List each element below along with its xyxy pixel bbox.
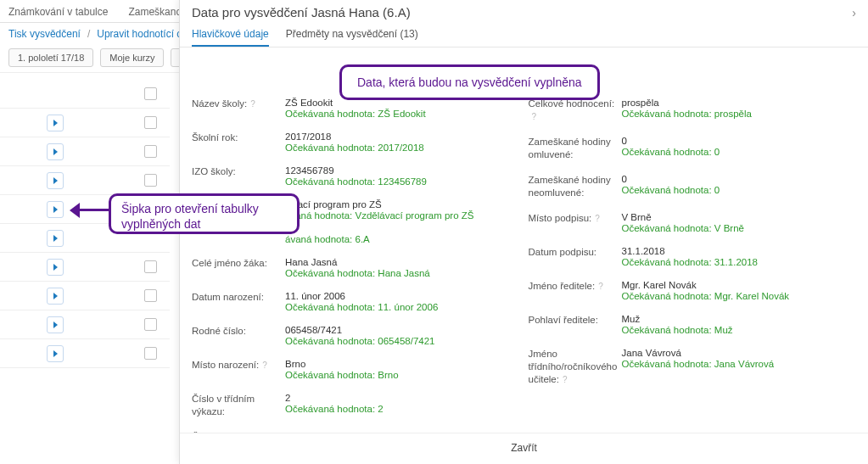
row-checkbox[interactable] xyxy=(144,87,157,100)
chip-courses[interactable]: Moje kurzy xyxy=(100,48,164,67)
field-row: Datum narození:11. únor 2006Očekávaná ho… xyxy=(192,288,520,322)
expand-button[interactable] xyxy=(47,288,64,305)
callout-arrow-line xyxy=(78,209,110,211)
field-label: Místo podpisu:? xyxy=(529,212,622,225)
field-label: Číslo v třídním výkazu: xyxy=(192,393,285,418)
field-row: Pohlaví ředitele:MužOčekávaná hodnota: M… xyxy=(529,311,857,345)
list-item xyxy=(0,310,170,339)
field-row: Název školy:?ZŠ EdookitOčekávaná hodnota… xyxy=(192,95,520,129)
field-row: Místo podpisu:?V BrněOčekávaná hodnota: … xyxy=(529,210,857,243)
panel-title: Data pro vysvědčení Jasná Hana (6.A) xyxy=(192,5,411,20)
help-icon[interactable]: ? xyxy=(598,281,603,292)
help-icon[interactable]: ? xyxy=(262,360,267,371)
list-item xyxy=(0,282,170,310)
expand-button[interactable] xyxy=(47,201,64,218)
expand-button[interactable] xyxy=(47,143,64,160)
field-value: 0 xyxy=(622,174,857,184)
expand-button[interactable] xyxy=(47,259,64,276)
field-row: Číslo v třídním výkazu:2Očekávaná hodnot… xyxy=(192,390,520,428)
list-item xyxy=(0,253,170,282)
row-checkbox[interactable] xyxy=(144,116,157,129)
field-label: Název školy:? xyxy=(192,98,285,110)
panel-close-button[interactable]: › xyxy=(852,6,856,20)
field-label: IZO školy: xyxy=(192,165,285,178)
field-expected: Očekávaná hodnota: 31.1.2018 xyxy=(622,257,857,267)
chevron-right-icon xyxy=(53,206,58,213)
field-value: Muž xyxy=(622,314,857,324)
panel-tabs: Hlavičkové údaje Předměty na vysvědčení … xyxy=(180,23,868,48)
field-value: Mgr. Karel Novák xyxy=(622,280,857,290)
field-value: 0 xyxy=(622,136,857,146)
row-checkbox[interactable] xyxy=(144,289,157,302)
callout-arrow: Šipka pro otevření tabulky vyplněných da… xyxy=(109,193,300,234)
row-checkbox[interactable] xyxy=(144,318,157,331)
help-icon[interactable]: ? xyxy=(532,111,537,122)
list-item xyxy=(0,137,170,166)
expand-button[interactable] xyxy=(47,172,64,189)
help-icon[interactable]: ? xyxy=(563,374,568,385)
field-value: 31.1.2018 xyxy=(622,246,857,256)
field-row: Zameškané hodiny omluvené:0Očekávaná hod… xyxy=(529,133,857,171)
field-expected: Očekávaná hodnota: 0 xyxy=(622,185,857,195)
field-expected: Očekávaná hodnota: 0 xyxy=(622,147,857,157)
panel-tab-header[interactable]: Hlavičkové údaje xyxy=(192,23,269,47)
field-label: Datum podpisu: xyxy=(529,246,622,259)
field-value: prospěla xyxy=(622,98,857,108)
field-value: 2017/2018 xyxy=(285,131,520,142)
field-row: Zameškané hodiny neomluvené:0Očekávaná h… xyxy=(529,171,857,210)
row-checkbox[interactable] xyxy=(144,347,157,360)
help-icon[interactable]: ? xyxy=(250,98,255,109)
expand-button[interactable] xyxy=(47,115,64,131)
help-icon[interactable]: ? xyxy=(595,213,600,224)
expand-button[interactable] xyxy=(47,345,64,362)
list-item xyxy=(0,339,170,368)
field-value: 065458/7421 xyxy=(285,325,520,335)
row-checkbox[interactable] xyxy=(144,174,157,187)
field-expected: Očekávaná hodnota: 123456789 xyxy=(285,176,520,187)
field-label: Rodné číslo: xyxy=(192,325,285,338)
callout-arrow-head xyxy=(70,203,80,218)
field-label: Datum narození: xyxy=(192,291,285,304)
field-row: Školní rok:2017/2018Očekávaná hodnota: 2… xyxy=(192,129,520,163)
field-row: Celé jméno žáka:Hana JasnáOčekávaná hodn… xyxy=(192,254,520,288)
field-label: Jméno ředitele:? xyxy=(529,280,622,293)
chevron-right-icon xyxy=(53,350,58,357)
field-expected: Očekávaná hodnota: 2017/2018 xyxy=(285,143,520,153)
field-label: Zameškané hodiny neomluvené: xyxy=(529,174,622,199)
field-row: Místo narození:?BrnoOčekávaná hodnota: B… xyxy=(192,356,520,390)
field-expected: Očekávaná hodnota: Muž xyxy=(622,325,857,335)
breadcrumb-print[interactable]: Tisk vysvědčení xyxy=(8,28,81,40)
chip-period[interactable]: 1. pololetí 17/18 xyxy=(8,48,93,67)
field-label: Školní rok: xyxy=(192,131,285,144)
field-row: IZO školy:123456789Očekávaná hodnota: 12… xyxy=(192,163,520,197)
field-label: Zameškané hodiny omluvené: xyxy=(529,136,622,161)
chevron-right-icon xyxy=(53,293,58,299)
panel-tab-subjects[interactable]: Předměty na vysvědčení (13) xyxy=(286,23,418,47)
field-row: Celkové hodnocení:?prospělaOčekávaná hod… xyxy=(529,95,857,133)
field-value: 123456789 xyxy=(285,165,520,176)
field-value: 11. únor 2006 xyxy=(285,291,520,301)
field-value: lávací program pro ZŠ xyxy=(285,199,520,210)
tab-grading[interactable]: Známkování v tabulce xyxy=(8,3,108,20)
field-expected: Očekávaná hodnota: prospěla xyxy=(622,109,857,119)
field-label: Celkové hodnocení:? xyxy=(529,98,622,123)
list-item xyxy=(0,166,170,195)
field-row: Jméno ředitele:?Mgr. Karel NovákOčekávan… xyxy=(529,277,857,311)
field-expected: Očekávaná hodnota: Jana Vávrová xyxy=(622,359,857,369)
field-label: Místo narození:? xyxy=(192,359,285,372)
list-item xyxy=(0,109,170,137)
field-value: Jana Vávrová xyxy=(622,348,857,358)
panel-footer-close-button[interactable]: Zavřít xyxy=(180,433,868,464)
field-expected: Očekávaná hodnota: 065458/7421 xyxy=(285,336,520,346)
field-label: Celé jméno žáka: xyxy=(192,257,285,270)
field-expected: ávaná hodnota: Vzdělávací program pro ZŠ xyxy=(285,210,520,221)
field-row: ávaná hodnota: 6.A xyxy=(192,231,520,254)
chevron-right-icon xyxy=(53,148,58,155)
field-expected: Očekávaná hodnota: Hana Jasná xyxy=(285,268,520,278)
row-checkbox[interactable] xyxy=(144,260,157,273)
expand-button[interactable] xyxy=(47,230,64,247)
row-checkbox[interactable] xyxy=(144,145,157,158)
expand-button[interactable] xyxy=(47,316,64,333)
field-label: Pohlaví ředitele: xyxy=(529,314,622,327)
chevron-right-icon xyxy=(53,235,58,242)
